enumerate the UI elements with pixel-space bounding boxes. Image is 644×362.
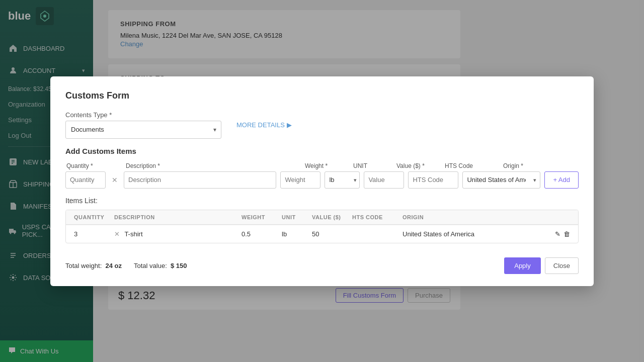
clear-quantity-icon[interactable]: ✕	[110, 174, 120, 186]
origin-header-label: Origin *	[503, 162, 581, 169]
contents-type-row: Contents Type * Documents Gift Sample Hu…	[65, 111, 579, 139]
unit-select-wrapper: lb oz kg g	[325, 171, 360, 189]
contents-type-select[interactable]: Documents Gift Sample Humanitarian Donat…	[65, 121, 221, 139]
desc-col-header: DESCRIPTION	[114, 214, 242, 220]
items-list-label: Items List:	[65, 197, 579, 205]
unit-select[interactable]: lb oz kg g	[325, 171, 360, 189]
hts-header-label: HTS Code	[445, 162, 500, 169]
modal-title: Customs Form	[65, 90, 579, 101]
row-value: 50	[312, 230, 352, 238]
origin-select[interactable]: United States of America Canada Mexico U…	[462, 171, 540, 189]
total-value-value: $ 150	[171, 262, 187, 269]
weight-input[interactable]	[280, 171, 320, 189]
more-details-arrow: ▶	[287, 121, 292, 129]
value-col-header: VALUE ($)	[312, 214, 352, 220]
weight-col-header: WEIGHT	[242, 214, 282, 220]
totals-display: Total weight: 24 oz Total value: $ 150	[65, 262, 187, 269]
footer-actions: Apply Close	[504, 257, 579, 274]
input-column-headers: Quantity * Description * Weight * UNIT V…	[65, 162, 579, 169]
unit-header-label: UNIT	[353, 162, 393, 169]
row-remove-icon[interactable]: ✕	[114, 230, 120, 238]
row-origin: United States of America	[403, 230, 530, 238]
qty-header-label: Quantity *	[66, 162, 112, 169]
close-button[interactable]: Close	[545, 257, 579, 274]
add-customs-items-title: Add Customs Items	[65, 147, 579, 155]
item-input-row: ✕ lb oz kg g United States of America Ca…	[65, 171, 579, 189]
delete-row-icon[interactable]: 🗑	[564, 230, 570, 238]
total-value-label: Total value: $ 150	[134, 262, 187, 269]
modal-footer: Total weight: 24 oz Total value: $ 150 A…	[65, 251, 579, 274]
row-quantity: 3	[74, 230, 114, 238]
customs-form-modal: Customs Form Contents Type * Documents G…	[50, 76, 594, 286]
qty-col-header: QUANTITY	[74, 214, 114, 220]
unit-col-header: UNIT	[282, 214, 312, 220]
row-weight: 0.5	[242, 230, 282, 238]
apply-button[interactable]: Apply	[504, 257, 541, 274]
hts-code-input[interactable]	[408, 171, 458, 189]
row-actions: ✎ 🗑	[530, 230, 570, 238]
modal-overlay: Customs Form Contents Type * Documents G…	[0, 0, 644, 362]
origin-select-wrapper: United States of America Canada Mexico U…	[462, 171, 540, 189]
more-details-label: MORE DETAILS	[236, 121, 285, 129]
contents-type-label: Contents Type *	[65, 111, 221, 119]
more-details-button[interactable]: MORE DETAILS ▶	[236, 121, 292, 129]
description-input[interactable]	[124, 171, 276, 189]
weight-header-label: Weight *	[305, 162, 350, 169]
origin-col-header: ORIGIN	[403, 214, 530, 220]
edit-row-icon[interactable]: ✎	[555, 230, 560, 238]
actions-col-header	[530, 214, 570, 220]
row-unit: lb	[282, 230, 312, 238]
contents-type-select-wrapper: Documents Gift Sample Humanitarian Donat…	[65, 121, 221, 139]
total-weight-value: 24 oz	[106, 262, 122, 269]
contents-type-group: Contents Type * Documents Gift Sample Hu…	[65, 111, 221, 139]
add-item-button[interactable]: + Add	[544, 171, 579, 189]
hts-col-header: HTS CODE	[352, 214, 403, 220]
desc-header-label: Description *	[126, 162, 302, 169]
items-table-header: QUANTITY DESCRIPTION WEIGHT UNIT VALUE (…	[66, 210, 578, 225]
row-description: ✕ T-shirt	[114, 230, 242, 238]
table-row: 3 ✕ T-shirt 0.5 lb 50 United States of A…	[66, 225, 578, 243]
total-weight-label: Total weight: 24 oz	[65, 262, 122, 269]
value-header-label: Value ($) *	[396, 162, 442, 169]
quantity-input[interactable]	[65, 171, 106, 189]
items-table: QUANTITY DESCRIPTION WEIGHT UNIT VALUE (…	[65, 210, 579, 243]
value-input[interactable]	[364, 171, 404, 189]
